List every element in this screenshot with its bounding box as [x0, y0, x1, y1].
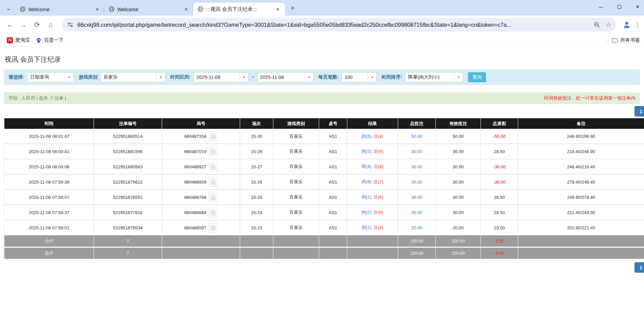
video-replay-icon[interactable]	[209, 131, 218, 141]
bookmark-star-icon[interactable]: ☆	[604, 20, 613, 29]
cell-total-bet[interactable]: 50.00	[398, 129, 436, 144]
search-button[interactable]: 查询	[468, 72, 486, 82]
table-row: 2025-11-08 08:00:06 522951680583 6604869…	[4, 159, 644, 174]
new-tab-button[interactable]: +	[288, 3, 298, 13]
cell-table-no: AS1	[319, 220, 347, 235]
video-replay-icon[interactable]	[209, 223, 218, 233]
header-result: 结果	[347, 118, 398, 129]
cell-total-bet[interactable]: 30.00	[398, 174, 436, 189]
game-type-select[interactable]: 百家乐	[100, 72, 165, 82]
cell-session: 15-23	[240, 220, 273, 235]
cell-table-no: AS1	[319, 159, 347, 174]
forward-button[interactable]: →	[18, 19, 29, 30]
cell-round: 660486684	[162, 205, 240, 220]
cell-game-type: 百家乐	[273, 129, 319, 144]
video-replay-icon[interactable]	[209, 147, 218, 157]
cell-total-bet[interactable]: 30.00	[398, 205, 436, 220]
cell-valid-bet: 50.00	[436, 129, 481, 144]
subtotal-empty	[273, 235, 319, 247]
header-time: 时间	[4, 118, 94, 129]
tab-search-chevron-icon[interactable]: ⌄	[3, 3, 14, 13]
tab-close-icon[interactable]: ✕	[274, 5, 281, 13]
tab-close-icon[interactable]: ✕	[94, 5, 101, 13]
page-1-button[interactable]: 1	[635, 262, 644, 273]
cell-total-bet[interactable]: 30.00	[398, 190, 436, 205]
date-from-select[interactable]: 2025-11-08	[193, 72, 249, 82]
site-info-icon[interactable]	[66, 21, 74, 28]
reload-button[interactable]: ⟳	[31, 19, 43, 30]
game-type-label: 游戏类别	[79, 74, 98, 80]
header-table-no: 桌号	[319, 118, 347, 129]
cell-payout: 19.00	[481, 220, 518, 235]
cell-valid-bet: 30.00	[436, 159, 481, 174]
home-button[interactable]: ⌂	[45, 19, 56, 30]
header-game-type: 游戏类别	[273, 118, 319, 129]
all-bookmarks-button[interactable]: 所有书签	[610, 36, 642, 45]
date-to-select[interactable]: 2025-11-08	[257, 72, 314, 82]
cell-session: 15-25	[240, 190, 273, 205]
result-player: 闲(5)	[362, 133, 372, 140]
query-type-select[interactable]: 日期查询	[27, 72, 74, 82]
header-valid-bet: 有效投注	[436, 118, 481, 129]
cell-time: 2025-11-08 08:01:47	[4, 129, 94, 144]
minimize-button[interactable]: —	[597, 2, 605, 11]
cell-remark: 202.40/221.40	[518, 220, 644, 235]
table-row: 2025-11-08 07:58:37 522951677616 6604866…	[4, 205, 644, 220]
bookmark-label: 爱淘宝	[15, 37, 30, 43]
video-replay-icon[interactable]	[209, 162, 218, 172]
cell-bet-id: 522951681599	[94, 144, 162, 159]
result-player: 闲(9)	[362, 179, 372, 185]
cell-total-bet[interactable]: 20.00	[398, 220, 436, 235]
cell-remark: 246.90/196.90	[518, 129, 644, 144]
cell-total-bet[interactable]: 30.00	[398, 159, 436, 174]
video-replay-icon[interactable]	[209, 208, 218, 217]
sort-value: 降幂(由大到小)	[405, 74, 454, 80]
cell-result: 闲(8) 庄(9)	[347, 159, 398, 174]
bookmark-baidu[interactable]: 百度一下	[33, 36, 66, 45]
maximize-button[interactable]	[615, 2, 624, 11]
cell-round: 660487204	[162, 129, 240, 144]
cell-result: 闲(2) 庄(8)	[347, 205, 398, 220]
tab-close-icon[interactable]: ✕	[182, 5, 190, 13]
cell-total-bet[interactable]: 30.00	[398, 144, 436, 159]
bookmark-taobao[interactable]: 淘 爱淘宝	[4, 36, 33, 45]
all-bookmarks-label: 所有书签	[620, 37, 640, 43]
back-button[interactable]: ←	[4, 19, 16, 30]
table-body: 2025-11-08 08:01:47 522951683514 6604872…	[4, 129, 644, 235]
date-to-value: 2025-11-08	[257, 75, 305, 80]
header-remark: 备注	[518, 118, 644, 129]
subtotal-valid-bet: 220.00	[436, 235, 481, 247]
video-replay-icon[interactable]	[209, 192, 218, 202]
cell-result: 闲(1) 庄(6)	[347, 190, 398, 205]
page-1-button[interactable]: 1	[635, 106, 644, 117]
cell-bet-id: 522951678552	[94, 190, 162, 205]
total-payout: -5.50	[481, 248, 518, 259]
cell-valid-bet: 30.00	[436, 205, 481, 220]
cell-table-no: AS1	[319, 205, 347, 220]
cell-time: 2025-11-08 08:00:41	[4, 144, 94, 159]
url-text[interactable]: 66cxkj98.com/ipl/portal.php/game/betreco…	[77, 22, 590, 28]
table-row: 2025-11-08 08:00:41 522951681599 6604870…	[4, 144, 644, 159]
tab-bet-records-active[interactable]: :::视讯 会员下注纪录::: ✕	[193, 3, 285, 16]
tab-welcome-2[interactable]: Welcome ✕	[104, 3, 193, 16]
cell-round: 660487019	[162, 144, 240, 159]
video-replay-icon[interactable]	[209, 177, 218, 187]
profile-avatar[interactable]	[621, 19, 632, 30]
browser-menu-icon[interactable]: ⋮	[634, 19, 641, 30]
tab-welcome-1[interactable]: Welcome ✕	[16, 3, 104, 16]
summary-bar: 币别 : 人民币 | 总共 :7 注单 | 同局有效投注，统一计算在该局第一张注…	[4, 92, 640, 104]
close-window-button[interactable]: ✕	[633, 2, 642, 11]
page-size-value: 100	[342, 75, 368, 80]
folder-icon	[612, 38, 618, 43]
cell-remark: 249.90/278.40	[518, 190, 644, 205]
page-size-select[interactable]: 100	[341, 72, 377, 82]
address-bar[interactable]: 66cxkj98.com/ipl/portal.php/game/betreco…	[62, 18, 616, 32]
total-total-bet: 220.00	[398, 248, 436, 259]
sort-select[interactable]: 降幂(由大到小)	[405, 72, 463, 82]
table-row: 2025-11-08 07:59:07 522951678552 6604867…	[4, 190, 644, 205]
result-player: 闲(2)	[362, 209, 372, 215]
total-valid-bet: 220.00	[436, 248, 481, 259]
table-row: 2025-11-08 07:59:38 522951679622 6604868…	[4, 174, 644, 190]
dropdown-arrow-icon	[239, 72, 248, 82]
zoom-indicator-icon[interactable]	[592, 20, 601, 29]
